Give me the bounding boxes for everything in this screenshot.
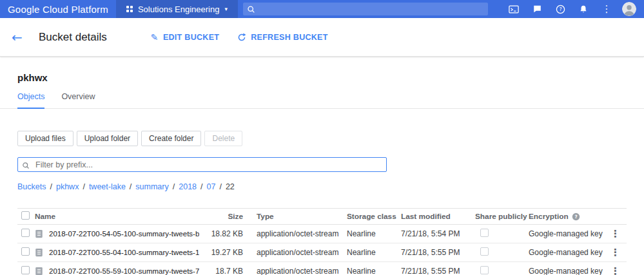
filter-search-icon xyxy=(22,160,30,172)
row-checkbox[interactable] xyxy=(21,247,30,256)
upload-files-button[interactable]: Upload files xyxy=(17,131,73,146)
breadcrumb-separator: / xyxy=(130,182,132,191)
help-icon[interactable]: ? xyxy=(552,1,568,17)
object-name[interactable]: 2018-07-22T00-55-59-100-summary-tweets-7… xyxy=(49,267,199,275)
refresh-bucket-button[interactable]: REFRESH BUCKET xyxy=(237,33,327,42)
breadcrumb-22: 22 xyxy=(226,182,235,191)
project-name: Solutions Engineering xyxy=(138,5,219,14)
topbar-search[interactable] xyxy=(243,3,488,15)
object-name[interactable]: 2018-07-22T00-54-05-100-summary-tweets-b… xyxy=(49,230,199,238)
filter-by-prefix-input[interactable] xyxy=(17,157,387,172)
breadcrumb-07[interactable]: 07 xyxy=(207,182,216,191)
edit-icon: ✎ xyxy=(151,33,159,42)
object-last-modified: 7/21/18, 5:55 PM xyxy=(401,248,475,257)
breadcrumb-separator: / xyxy=(50,182,52,191)
object-type: application/octet-stream xyxy=(243,229,347,238)
column-header-last-modified: Last modified xyxy=(401,212,475,221)
object-encryption: Google-managed key xyxy=(529,248,604,257)
row-menu-button[interactable]: ⋮ xyxy=(604,228,627,240)
select-all-checkbox[interactable] xyxy=(21,211,30,220)
object-last-modified: 7/21/18, 5:54 PM xyxy=(401,229,475,238)
object-storage-class: Nearline xyxy=(347,229,401,238)
object-encryption: Google-managed key xyxy=(529,267,604,275)
cloud-shell-icon[interactable] xyxy=(506,1,522,17)
delete-button[interactable]: Delete xyxy=(204,131,242,146)
svg-text:?: ? xyxy=(559,6,561,12)
breadcrumb-summary[interactable]: summary xyxy=(135,182,168,191)
bucket-name: pkhwx xyxy=(17,72,627,83)
back-button[interactable]: ← xyxy=(12,31,26,44)
object-name[interactable]: 2018-07-22T00-55-04-100-summary-tweets-1… xyxy=(49,249,199,256)
gcp-brand[interactable]: Google Cloud Platform xyxy=(8,4,108,15)
column-header-encryption: Encryption ? xyxy=(529,212,604,221)
object-size: 18.82 KB xyxy=(199,229,243,238)
edit-bucket-button[interactable]: ✎ EDIT BUCKET xyxy=(151,33,219,42)
row-checkbox[interactable] xyxy=(21,266,30,274)
row-checkbox[interactable] xyxy=(21,229,30,237)
notifications-bell-icon[interactable] xyxy=(576,1,591,17)
edit-bucket-label: EDIT BUCKET xyxy=(163,33,219,42)
table-row[interactable]: 2018-07-22T00-55-04-100-summary-tweets-1… xyxy=(17,243,627,262)
main-content: pkhwx Objects Overview Upload files Uplo… xyxy=(0,72,644,275)
breadcrumb-buckets[interactable]: Buckets xyxy=(17,182,46,191)
file-icon xyxy=(35,229,49,238)
object-type: application/octet-stream xyxy=(243,267,347,275)
object-toolbar: Upload files Upload folder Create folder… xyxy=(17,131,627,146)
column-header-name: Name xyxy=(35,212,199,221)
topbar-search-input[interactable] xyxy=(259,5,484,14)
column-header-storage-class: Storage class xyxy=(347,212,401,221)
objects-table: Name Size Type Storage class Last modifi… xyxy=(17,208,627,275)
breadcrumb-separator: / xyxy=(219,182,221,191)
breadcrumb-separator: / xyxy=(83,182,84,191)
row-menu-button[interactable]: ⋮ xyxy=(604,265,627,275)
breadcrumb-separator: / xyxy=(173,182,175,191)
search-icon xyxy=(247,5,255,14)
breadcrumb-separator: / xyxy=(200,182,202,191)
filter-box xyxy=(17,157,387,172)
object-storage-class: Nearline xyxy=(347,267,401,275)
topbar: Google Cloud Platform Solutions Engineer… xyxy=(0,0,644,18)
share-publicly-checkbox[interactable] xyxy=(480,229,489,237)
share-publicly-checkbox[interactable] xyxy=(480,266,489,274)
upload-folder-button[interactable]: Upload folder xyxy=(77,131,138,146)
encryption-header-label: Encryption xyxy=(529,212,569,221)
table-row[interactable]: 2018-07-22T00-54-05-100-summary-tweets-b… xyxy=(17,225,627,243)
row-menu-button[interactable]: ⋮ xyxy=(604,247,627,258)
page-title: Bucket details xyxy=(39,31,107,44)
file-icon xyxy=(35,248,49,257)
refresh-bucket-label: REFRESH BUCKET xyxy=(251,33,327,42)
project-grid-icon xyxy=(126,6,133,12)
avatar[interactable] xyxy=(622,2,636,16)
tab-overview[interactable]: Overview xyxy=(61,92,95,108)
object-size: 18.7 KB xyxy=(199,267,243,275)
page-header: ← Bucket details ✎ EDIT BUCKET REFRESH B… xyxy=(0,18,644,57)
object-encryption: Google-managed key xyxy=(529,229,604,238)
file-icon xyxy=(35,267,49,275)
object-last-modified: 7/21/18, 5:55 PM xyxy=(401,267,475,275)
object-storage-class: Nearline xyxy=(347,248,401,257)
column-header-type: Type xyxy=(243,212,347,221)
column-header-share-publicly: Share publicly xyxy=(475,212,529,221)
breadcrumb-tweet-lake[interactable]: tweet-lake xyxy=(89,182,126,191)
object-type: application/octet-stream xyxy=(243,248,347,257)
object-size: 19.27 KB xyxy=(199,248,243,257)
bucket-tabs: Objects Overview xyxy=(0,92,644,109)
chevron-down-icon: ▾ xyxy=(224,6,228,12)
project-selector[interactable]: Solutions Engineering ▾ xyxy=(116,0,238,18)
more-options-icon[interactable]: ⋮ xyxy=(599,1,614,17)
breadcrumb-pkhwx[interactable]: pkhwx xyxy=(56,182,79,191)
column-header-size: Size xyxy=(199,212,243,221)
encryption-help-icon[interactable]: ? xyxy=(572,213,580,221)
table-header-row: Name Size Type Storage class Last modifi… xyxy=(17,208,627,225)
breadcrumb-2018[interactable]: 2018 xyxy=(179,182,197,191)
refresh-icon xyxy=(237,33,246,42)
share-publicly-checkbox[interactable] xyxy=(480,247,489,256)
topbar-actions: ? ⋮ xyxy=(498,1,636,17)
tab-objects[interactable]: Objects xyxy=(17,92,44,108)
create-folder-button[interactable]: Create folder xyxy=(141,131,201,146)
breadcrumb: Buckets / pkhwx / tweet-lake / summary /… xyxy=(17,182,627,191)
svg-text:?: ? xyxy=(574,214,577,220)
table-row[interactable]: 2018-07-22T00-55-59-100-summary-tweets-7… xyxy=(17,262,627,275)
feedback-icon[interactable] xyxy=(529,1,545,17)
